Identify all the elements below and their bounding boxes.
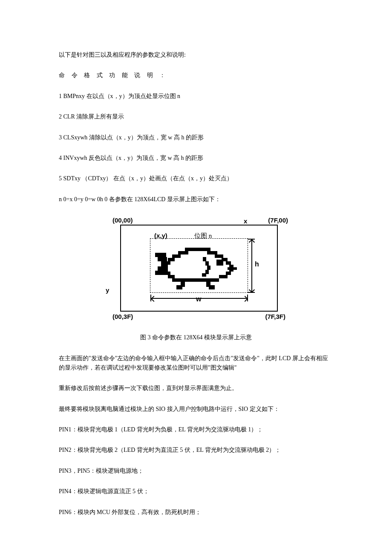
svg-rect-27 [161, 261, 167, 266]
svg-rect-31 [176, 285, 182, 289]
coord-bottom-right: (7F,3F) [265, 312, 285, 322]
pin4-description: PIN4：模块逻辑电源直流正 5 伏； [59, 487, 333, 496]
coord-top-left: (00,00) [112, 215, 133, 225]
intro-paragraph: 以下是针对图三以及相应程序的参数定义和说明: [59, 50, 333, 60]
svg-rect-28 [158, 266, 167, 271]
svg-rect-21 [205, 261, 209, 266]
h-dimension-line [251, 239, 252, 292]
svg-rect-17 [172, 278, 219, 282]
svg-rect-0 [185, 248, 210, 251]
svg-rect-4 [215, 254, 223, 258]
params-note: n 0=x 0=y 0=w 0h 0 各参数在 128X64LCD 显示屏上图示… [59, 195, 333, 204]
svg-rect-18 [216, 260, 223, 266]
w-arrow-left [151, 296, 157, 302]
command-item-3: 3 CLSxywh 清除以点（x，y）为顶点，宽 w 高 h 的距形 [59, 133, 333, 142]
document-page: 以下是针对图三以及相应程序的参数定义和说明: 命 令 格 式 功 能 说 明 ：… [0, 0, 392, 555]
svg-rect-1 [178, 251, 188, 254]
pin3-pin5-description: PIN3，PIN5：模块逻辑电源地； [59, 466, 333, 476]
command-item-2: 2 CLR 清除屏上所有显示 [59, 112, 333, 121]
svg-rect-29 [155, 271, 166, 275]
svg-rect-26 [158, 257, 167, 261]
pin1-description: PIN1：模块背光电极 1（LED 背光时为负极，EL 背光时为交流驱动电极 1… [59, 425, 333, 434]
svg-rect-2 [207, 251, 217, 254]
command-item-5: 5 SDTxy （CDTxy） 在点（x，y）处画点（在点（x，y）处灭点） [59, 174, 333, 183]
svg-rect-15 [168, 275, 175, 278]
body-paragraph-2: 重新修改后按前述步骤再一次下载位图，直到对显示界面满意为止。 [59, 384, 333, 393]
figure-3-caption: 图 3 命令参数在 128X64 模块显示屏上示意 [59, 333, 333, 342]
svg-rect-33 [209, 285, 215, 289]
w-dimension-label: w [196, 294, 201, 305]
svg-rect-25 [155, 253, 166, 257]
svg-rect-5 [168, 258, 175, 261]
svg-rect-14 [226, 272, 231, 275]
lcd-diagram: (00,00) x (7F,00) y (00,3F) (7F,3F) (x,y… [103, 215, 289, 322]
figure-3-container: (00,00) x (7F,00) y (00,3F) (7F,3F) (x,y… [59, 215, 333, 322]
fish-bitmap-icon [155, 244, 245, 292]
body-paragraph-1: 在主画面的"发送命令"左边的命令输入框中输入正确的命令后点击"发送命令"，此时 … [59, 354, 333, 373]
command-format-heading: 命 令 格 式 功 能 说 明 ： [59, 71, 333, 80]
svg-rect-24 [202, 273, 206, 277]
svg-rect-16 [219, 275, 228, 278]
pin6-description: PIN6：模块内 MCU 外部复位，高有效，防死机时用； [59, 508, 333, 517]
h-arrow-top [249, 239, 255, 245]
y-axis-label: y [106, 285, 109, 295]
body-paragraph-3: 最终要将模块脱离电脑通过模块上的 SIO 接入用户控制电路中运行，SIO 定义如… [59, 405, 333, 414]
coord-bottom-left: (00,3F) [112, 312, 133, 322]
svg-rect-8 [226, 261, 231, 265]
lcd-outer-rect: (x,y) 位图 n [120, 225, 278, 312]
svg-rect-22 [207, 266, 210, 270]
svg-rect-19 [228, 267, 237, 270]
command-item-1: 1 BMPnxy 在以点（x，y）为顶点处显示位图 n [59, 92, 333, 101]
h-dimension-label: h [255, 259, 259, 270]
command-item-4: 4 INVxywh 反色以点（x，y）为顶点，宽 w 高 h 的距形 [59, 153, 333, 163]
coord-top-right: (7F,00) [268, 215, 288, 225]
svg-rect-20 [203, 257, 206, 261]
svg-rect-3 [172, 254, 181, 258]
pin2-description: PIN2：模块背光电极 2（LED 背光时为直流正 5 伏，EL 背光时为交流驱… [59, 445, 333, 455]
